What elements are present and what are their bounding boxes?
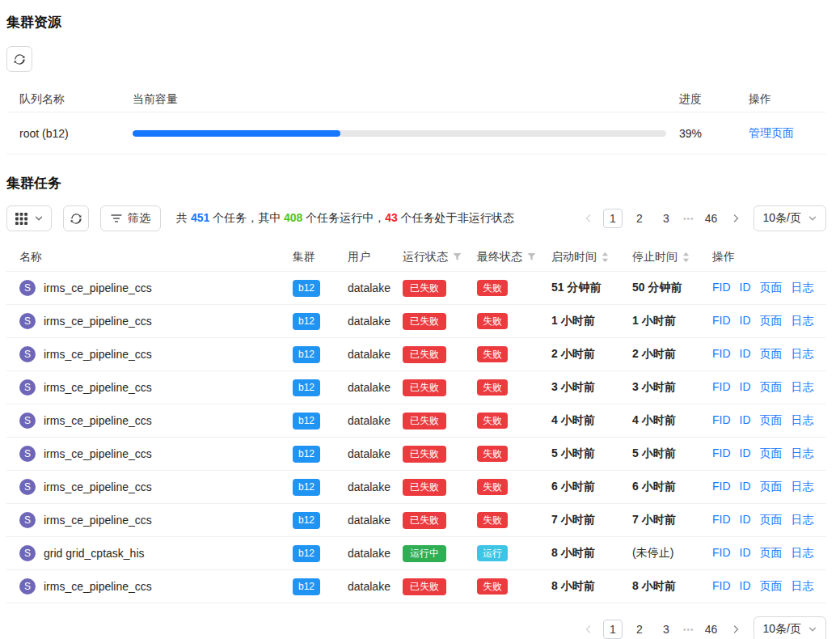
page-size-value: 10条/页 bbox=[763, 211, 801, 226]
filter-button[interactable]: 筛选 bbox=[100, 205, 161, 231]
refresh-tasks-button[interactable] bbox=[63, 205, 89, 231]
fid-link[interactable]: FID bbox=[712, 281, 731, 295]
progress-percent: 39% bbox=[679, 127, 736, 140]
id-link[interactable]: ID bbox=[740, 546, 751, 561]
page-button-1[interactable]: 1 bbox=[603, 209, 623, 228]
page-link[interactable]: 页面 bbox=[760, 380, 783, 395]
cluster-resources-title: 集群资源 bbox=[6, 13, 826, 32]
table-row: S irms_ce_pipeline_ccs b12 datalake 已失败 … bbox=[6, 504, 826, 537]
column-header-final-status[interactable]: 最终状态 bbox=[477, 250, 551, 264]
page-size-select[interactable]: 10条/页 bbox=[753, 616, 826, 639]
page-button-46[interactable]: 46 bbox=[702, 209, 721, 228]
column-header-start-time[interactable]: 启动时间 bbox=[551, 250, 632, 264]
page-link[interactable]: 页面 bbox=[760, 579, 783, 594]
user-cell: datalake bbox=[348, 447, 403, 460]
bottom-pagination-bar: 1 2 3 ••• 46 10条/页 bbox=[6, 616, 826, 639]
manage-page-link[interactable]: 管理页面 bbox=[749, 126, 794, 139]
final-status-cell: 失败 bbox=[477, 280, 551, 296]
log-link[interactable]: 日志 bbox=[791, 314, 814, 328]
log-link[interactable]: 日志 bbox=[791, 579, 814, 594]
refresh-resources-button[interactable] bbox=[6, 46, 32, 72]
id-link[interactable]: ID bbox=[740, 314, 751, 328]
page-button-3[interactable]: 3 bbox=[656, 620, 676, 639]
page-size-select[interactable]: 10条/页 bbox=[753, 205, 826, 231]
user-cell: datalake bbox=[348, 580, 403, 593]
prev-page-button[interactable] bbox=[581, 209, 596, 228]
log-link[interactable]: 日志 bbox=[791, 513, 814, 527]
page-button-2[interactable]: 2 bbox=[630, 209, 649, 228]
spark-task-icon: S bbox=[19, 578, 36, 595]
page-link[interactable]: 页面 bbox=[760, 413, 783, 428]
page-link[interactable]: 页面 bbox=[760, 281, 783, 295]
id-link[interactable]: ID bbox=[740, 480, 751, 494]
sorter-icon[interactable] bbox=[682, 252, 690, 263]
id-link[interactable]: ID bbox=[740, 347, 751, 362]
id-link[interactable]: ID bbox=[740, 380, 751, 395]
table-row: S grid grid_cptask_his b12 datalake 运行中 … bbox=[6, 537, 826, 570]
log-link[interactable]: 日志 bbox=[791, 380, 814, 395]
column-label: 用户 bbox=[348, 250, 370, 264]
id-link[interactable]: ID bbox=[740, 281, 751, 295]
log-link[interactable]: 日志 bbox=[791, 446, 814, 461]
pagination-ellipsis[interactable]: ••• bbox=[683, 625, 694, 634]
start-time: 6 小时前 bbox=[551, 480, 632, 494]
table-row: S irms_ce_pipeline_ccs b12 datalake 已失败 … bbox=[6, 371, 826, 404]
page-link[interactable]: 页面 bbox=[760, 347, 783, 362]
page-button-2[interactable]: 2 bbox=[630, 620, 649, 639]
spark-task-icon: S bbox=[19, 346, 36, 362]
progress-bar bbox=[133, 130, 666, 137]
fid-link[interactable]: FID bbox=[712, 347, 731, 362]
id-link[interactable]: ID bbox=[740, 413, 751, 428]
filter-funnel-icon[interactable] bbox=[527, 252, 536, 261]
log-link[interactable]: 日志 bbox=[791, 480, 814, 494]
sync-icon bbox=[70, 213, 82, 225]
chevron-down-icon bbox=[35, 214, 43, 222]
id-link[interactable]: ID bbox=[740, 446, 751, 461]
run-status-badge: 已失败 bbox=[403, 313, 446, 330]
id-link[interactable]: ID bbox=[740, 513, 751, 527]
cluster-badge: b12 bbox=[293, 545, 320, 562]
page-link[interactable]: 页面 bbox=[760, 546, 783, 561]
final-status-cell: 运行 bbox=[477, 545, 551, 561]
fid-link[interactable]: FID bbox=[712, 480, 731, 494]
sorter-icon[interactable] bbox=[602, 252, 609, 263]
total-count: 451 bbox=[191, 211, 209, 224]
page-link[interactable]: 页面 bbox=[760, 314, 783, 328]
id-link[interactable]: ID bbox=[740, 579, 751, 594]
run-status-badge: 已失败 bbox=[403, 512, 446, 529]
prev-page-button[interactable] bbox=[581, 620, 596, 639]
fid-link[interactable]: FID bbox=[712, 579, 731, 594]
column-header-stop-time[interactable]: 停止时间 bbox=[632, 250, 712, 264]
log-link[interactable]: 日志 bbox=[791, 413, 814, 428]
log-link[interactable]: 日志 bbox=[791, 347, 814, 362]
page-link[interactable]: 页面 bbox=[760, 480, 783, 494]
column-header-cluster: 集群 bbox=[293, 250, 348, 264]
cluster-cell: b12 bbox=[293, 413, 348, 430]
column-header-run-status[interactable]: 运行状态 bbox=[403, 250, 477, 264]
table-row: S irms_ce_pipeline_ccs b12 datalake 已失败 … bbox=[6, 438, 826, 471]
fid-link[interactable]: FID bbox=[712, 446, 731, 461]
log-link[interactable]: 日志 bbox=[791, 281, 814, 295]
cluster-badge: b12 bbox=[293, 479, 320, 496]
log-link[interactable]: 日志 bbox=[791, 546, 814, 561]
fid-link[interactable]: FID bbox=[712, 314, 731, 328]
final-status-badge: 失败 bbox=[477, 346, 508, 362]
page-button-3[interactable]: 3 bbox=[656, 209, 676, 228]
fid-link[interactable]: FID bbox=[712, 513, 731, 527]
next-page-button[interactable] bbox=[728, 620, 743, 639]
fid-link[interactable]: FID bbox=[712, 546, 731, 561]
column-settings-button[interactable] bbox=[6, 205, 52, 231]
filter-funnel-icon[interactable] bbox=[453, 252, 462, 261]
fid-link[interactable]: FID bbox=[712, 380, 731, 395]
final-status-badge: 运行 bbox=[477, 545, 508, 561]
page-link[interactable]: 页面 bbox=[760, 446, 783, 461]
page-button-1[interactable]: 1 bbox=[603, 620, 623, 639]
final-status-badge: 失败 bbox=[477, 413, 508, 429]
pagination-ellipsis[interactable]: ••• bbox=[683, 214, 694, 223]
page-link[interactable]: 页面 bbox=[760, 513, 783, 527]
fid-link[interactable]: FID bbox=[712, 413, 731, 428]
next-page-button[interactable] bbox=[728, 209, 743, 228]
start-time: 1 小时前 bbox=[551, 314, 632, 328]
actions-cell: FID ID 页面 日志 bbox=[712, 347, 826, 362]
page-button-46[interactable]: 46 bbox=[702, 620, 721, 639]
